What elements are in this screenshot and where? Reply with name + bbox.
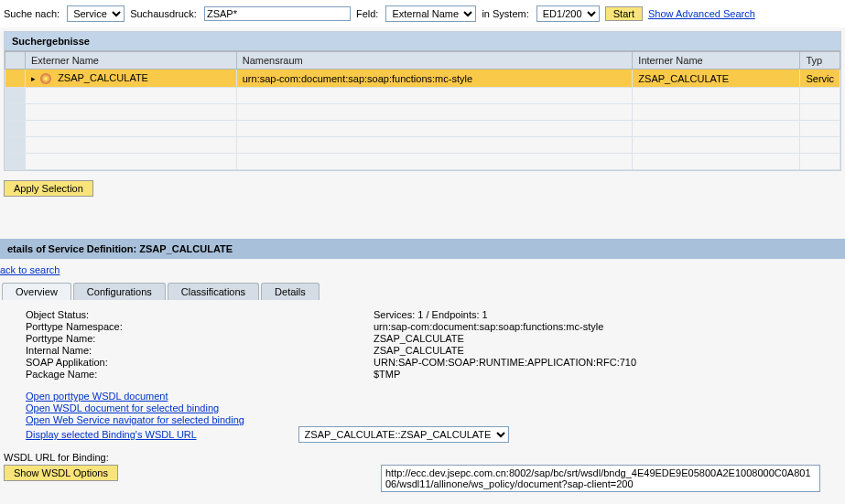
display-binding-wsdl-url-link[interactable]: Display selected Binding's WSDL URL [26,429,197,440]
open-ws-navigator-link[interactable]: Open Web Service navigator for selected … [26,414,845,425]
value-porttype-ns: urn:sap-com:document:sap:soap:functions:… [374,321,603,332]
label-object-status: Object Status: [26,309,374,320]
tab-classifications[interactable]: Classifications [168,283,259,300]
search-for-select[interactable]: Service [67,5,125,22]
search-expression-input[interactable] [204,6,351,21]
start-button[interactable]: Start [605,6,643,21]
table-row[interactable] [5,104,840,121]
open-porttype-wsdl-link[interactable]: Open porttype WSDL document [26,391,845,402]
col-typ[interactable]: Typ [800,52,840,70]
table-row[interactable] [5,137,840,154]
value-internal-name: ZSAP_CALCULATE [374,345,464,356]
results-table: Externer Name Namensraum Interner Name T… [5,51,840,170]
table-row[interactable] [5,121,840,137]
system-select[interactable]: ED1/200 [536,5,600,22]
field-select[interactable]: External Name [385,5,476,22]
cell-ext: ▸ ZSAP_CALCULATE [26,70,237,88]
advanced-search-link[interactable]: Show Advanced Search [648,8,755,19]
tab-configurations[interactable]: Configurations [73,283,166,300]
label-package: Package Name: [26,369,374,380]
col-ns[interactable]: Namensraum [236,52,633,70]
label-porttype-name: Porttype Name: [26,333,374,344]
cell-ns: urn:sap-com:document:sap:soap:functions:… [236,70,633,88]
back-to-search-link[interactable]: ack to search [0,259,60,279]
tab-overview[interactable]: Overview [2,283,71,300]
label-field: Feld: [356,8,378,19]
ext-name: ZSAP_CALCULATE [58,72,148,83]
search-bar: Suche nach: Service Suchausdruck: Feld: … [0,0,845,27]
table-row[interactable] [5,154,840,170]
label-search-for: Suche nach: [4,8,60,19]
label-porttype-ns: Porttype Namespace: [26,321,374,332]
value-soap-app: URN:SAP-COM:SOAP:RUNTIME:APPLICATION:RFC… [374,357,636,368]
label-in-system: in System: [482,8,528,19]
table-row[interactable] [5,88,840,104]
details-header: etails of Service Definition: ZSAP_CALCU… [0,239,845,259]
apply-selection-button[interactable]: Apply Selection [4,180,93,197]
value-porttype-name: ZSAP_CALCULATE [374,333,464,344]
service-icon [40,73,51,84]
value-object-status: Services: 1 / Endpoints: 1 [374,309,488,320]
table-row[interactable]: ▸ ZSAP_CALCULATE urn:sap-com:document:sa… [5,70,840,88]
row-handle[interactable] [5,70,26,88]
tab-details[interactable]: Details [261,283,320,300]
value-package: $TMP [374,369,400,380]
results-panel: Suchergebnisse Externer Name Namensraum … [4,31,841,171]
open-wsdl-binding-link[interactable]: Open WSDL document for selected binding [26,402,845,413]
cell-int: ZSAP_CALCULATE [633,70,800,88]
results-title: Suchergebnisse [5,32,840,51]
label-soap-app: SOAP Applikation: [26,357,374,368]
expand-icon[interactable]: ▸ [31,74,36,83]
label-expression: Suchausdruck: [130,8,197,19]
show-wsdl-options-button[interactable]: Show WSDL Options [4,465,118,481]
tab-bar: Overview Configurations Classifications … [2,283,845,300]
cell-typ: Servic [800,70,840,88]
col-ext[interactable]: Externer Name [26,52,237,70]
label-internal-name: Internal Name: [26,345,374,356]
col-handle [5,52,26,70]
col-int[interactable]: Interner Name [633,52,800,70]
wsdl-url-value[interactable]: http://ecc.dev.jsepc.com.cn:8002/sap/bc/… [381,465,820,492]
binding-select[interactable]: ZSAP_CALCULATE::ZSAP_CALCULATE [298,426,509,443]
wsdl-url-label: WSDL URL for Binding: [4,452,845,463]
